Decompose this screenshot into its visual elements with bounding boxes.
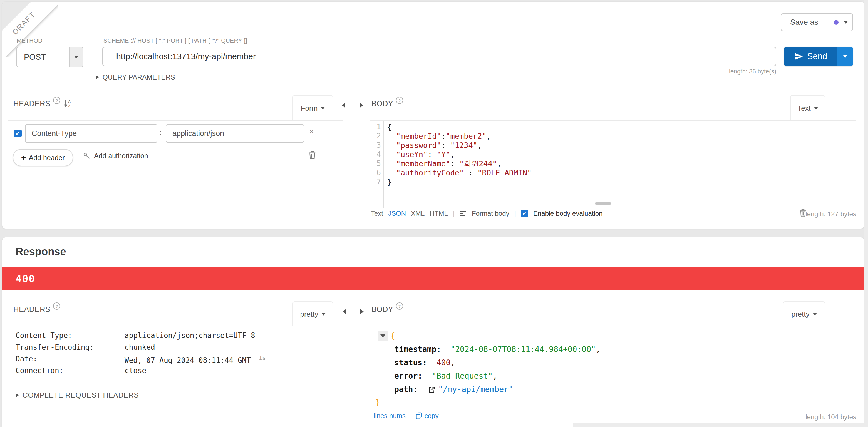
page-vertical-scrollbar[interactable] (864, 0, 868, 427)
body-title-text: BODY (371, 305, 393, 314)
format-text[interactable]: Text (371, 210, 383, 217)
collapse-left-arrow[interactable] (343, 309, 346, 314)
line-number: 6 (376, 168, 383, 177)
request-body-title: BODY ? (371, 99, 403, 108)
json-value: 400 (436, 358, 451, 367)
response-headers-title: HEADERS ? (13, 305, 60, 314)
save-as-button[interactable]: Save as (781, 13, 853, 31)
scheme-label: SCHEME :// HOST [ ":" PORT ] [ PATH [ "?… (103, 37, 247, 44)
request-card: DRAFT Save as METHOD SCHEME :// HOST [ "… (2, 2, 864, 228)
add-authorization-button[interactable]: Add authorization (83, 152, 148, 160)
body-format-toolbar: Text JSON XML HTML | Format body | ✓ Ena… (371, 210, 602, 217)
help-icon[interactable]: ? (396, 302, 403, 310)
header-enabled-checkbox[interactable]: ✓ (14, 129, 22, 137)
response-header-row: Content-Type: application/json;charset=U… (16, 331, 72, 340)
header-name-input[interactable] (25, 124, 157, 143)
line-number: 1 (376, 122, 383, 131)
collapse-left-arrow[interactable] (342, 103, 345, 108)
request-body-code[interactable]: { "memberId":"member2", "password": "123… (384, 121, 857, 208)
response-body-links: lines nums copy (374, 412, 438, 420)
request-headers-title: HEADERS ? A Z (13, 99, 72, 109)
response-header-row: Date: Wed, 07 Aug 2024 08:11:44 GMT −1s (16, 355, 37, 363)
headers-mode-select[interactable]: Form (292, 95, 333, 121)
response-headers-mode-select[interactable]: pretty (292, 301, 333, 326)
header-value: chunked (125, 343, 155, 352)
header-value-input[interactable] (166, 124, 304, 143)
header-value: close (125, 366, 146, 375)
save-as-label: Save as (790, 18, 818, 27)
header-colon: : (160, 128, 162, 137)
comma: , (596, 345, 600, 354)
response-body-title: BODY ? (371, 305, 403, 314)
code-line[interactable]: "memberId":"member2", (387, 131, 857, 141)
status-banner: 400 (2, 268, 864, 290)
body-mode-value: Text (797, 104, 811, 113)
help-icon[interactable]: ? (53, 302, 60, 310)
complete-request-headers-label: COMPLETE REQUEST HEADERS (23, 391, 139, 399)
lines-nums-link[interactable]: lines nums (374, 412, 406, 420)
add-header-button[interactable]: + Add header (13, 149, 73, 166)
editor-hscroll-thumb[interactable] (595, 203, 611, 205)
chevron-down-icon (813, 313, 817, 315)
headers-title-text: HEADERS (13, 305, 50, 314)
expand-right-arrow[interactable] (360, 103, 363, 108)
chevron-down-icon (322, 313, 326, 315)
header-name: Content-Type: (16, 331, 72, 340)
send-button[interactable]: Send (784, 47, 853, 66)
chevron-down-icon (74, 56, 79, 58)
query-parameters-toggle[interactable]: QUERY PARAMETERS (96, 73, 175, 81)
code-line[interactable]: "authorityCode" : "ROLE_ADMIN" (387, 168, 857, 177)
enable-body-evaluation-checkbox[interactable]: ✓ (521, 210, 528, 217)
help-icon[interactable]: ? (396, 97, 403, 104)
remove-header-button[interactable]: × (309, 127, 314, 136)
code-line[interactable]: "memberName": "회원244", (387, 159, 857, 168)
request-body-editor[interactable]: 1234567 { "memberId":"member2", "passwor… (370, 121, 857, 208)
line-number: 5 (376, 159, 383, 168)
tree-entry: status: 400, (373, 356, 600, 369)
format-body-button[interactable]: Format body (472, 210, 509, 217)
separator: | (514, 210, 516, 217)
send-label: Send (807, 52, 827, 61)
save-as-main[interactable]: Save as (781, 14, 839, 31)
latency-badge: −1s (255, 355, 266, 361)
paper-plane-icon (794, 52, 803, 61)
code-line[interactable]: "password": "1234", (387, 141, 857, 150)
send-dropdown[interactable] (837, 47, 853, 66)
triangle-right-icon (16, 393, 19, 398)
api-tester-page: DRAFT Save as METHOD SCHEME :// HOST [ "… (0, 0, 868, 427)
response-body-mode-select[interactable]: pretty (783, 301, 825, 326)
response-horizontal-scrollbar[interactable] (573, 423, 864, 427)
url-input[interactable] (102, 47, 776, 66)
response-body-length: length: 104 bytes (753, 413, 856, 421)
delete-headers-trash-icon[interactable] (308, 150, 316, 159)
format-xml[interactable]: XML (411, 210, 425, 217)
complete-request-headers-toggle[interactable]: COMPLETE REQUEST HEADERS (16, 391, 139, 399)
method-select-caret[interactable] (69, 47, 83, 67)
close-brace: } (375, 398, 380, 407)
help-icon[interactable]: ? (53, 97, 60, 104)
response-header-row: Transfer-Encoding: chunked (16, 343, 94, 352)
code-line[interactable]: } (387, 177, 857, 186)
json-key: timestamp: (394, 345, 451, 354)
send-main[interactable]: Send (784, 47, 837, 66)
comma: , (451, 358, 455, 367)
tree-collapse-toggle[interactable] (378, 331, 388, 340)
json-value: "Bad Request" (432, 371, 493, 380)
expand-right-arrow[interactable] (360, 309, 364, 314)
code-line[interactable]: { (387, 122, 857, 131)
status-code: 400 (16, 273, 35, 284)
body-mode-select[interactable]: Text (790, 95, 825, 121)
copy-link[interactable]: copy (416, 412, 439, 420)
json-value[interactable]: "/my-api/member" (438, 385, 513, 394)
copy-label: copy (425, 412, 439, 420)
format-body-icon (460, 211, 467, 216)
method-label: METHOD (17, 37, 42, 44)
format-json[interactable]: JSON (388, 210, 406, 217)
sort-az-icon[interactable]: A Z (63, 99, 72, 109)
format-html[interactable]: HTML (430, 210, 447, 217)
method-select[interactable]: POST (16, 47, 84, 67)
external-link-icon[interactable] (428, 386, 435, 393)
line-number: 3 (376, 141, 383, 150)
save-as-dropdown[interactable] (839, 14, 852, 31)
code-line[interactable]: "useYn": "Y", (387, 150, 857, 159)
